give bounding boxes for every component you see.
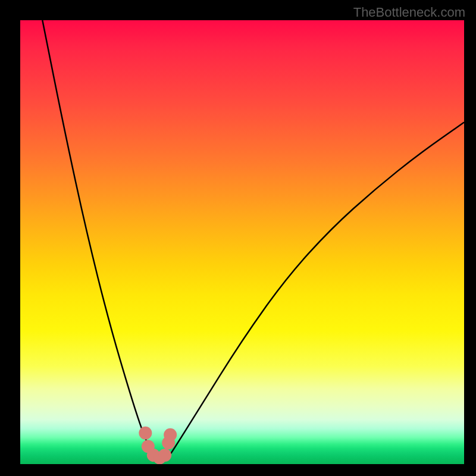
curve-svg [20,20,464,464]
markers [139,427,177,464]
curve-line [42,20,464,461]
plot-area [20,20,464,464]
marker-dot [139,427,152,440]
marker-dot [158,449,171,462]
watermark-text: TheBottleneck.com [353,5,465,20]
marker-dot [164,428,177,441]
curve-path [42,20,464,461]
